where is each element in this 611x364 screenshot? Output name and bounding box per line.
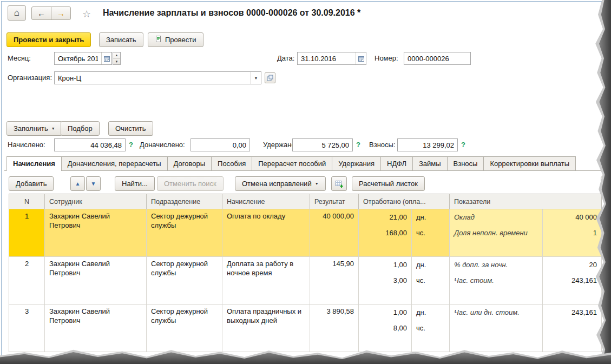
indicator-name-line[interactable]: Час. стоим. <box>450 273 542 288</box>
back-button[interactable]: ← <box>31 6 51 20</box>
tab-payment-adjustments[interactable]: Корректировки выплаты <box>483 156 576 171</box>
date-field[interactable] <box>297 52 366 65</box>
worked-qty-line[interactable]: 1,00 <box>359 257 411 273</box>
worked-qty-line[interactable]: 3,00 <box>359 273 411 288</box>
worked-unit-line[interactable]: чс. <box>412 225 449 241</box>
table-row[interactable]: 3 Захаркин Савелий Петрович Сектор дежур… <box>9 305 602 352</box>
indicator-name-cell[interactable]: % допл. за ночн. Час. стоим. <box>450 257 543 304</box>
tab-accruals[interactable]: Начисления <box>6 156 62 171</box>
post-button[interactable]: Провести <box>148 32 203 47</box>
withheld-input[interactable] <box>293 139 352 151</box>
indicator-value-line[interactable] <box>543 241 601 256</box>
tab-contributions[interactable]: Взносы <box>447 156 484 171</box>
organization-input[interactable] <box>55 72 251 84</box>
worked-qty-cell[interactable]: 21,00 168,00 <box>359 209 412 256</box>
tab-benefit-recalculation[interactable]: Перерасчет пособий <box>252 156 332 171</box>
form-more-button[interactable]: Еще <box>602 32 611 47</box>
organization-open-link-button[interactable] <box>265 72 275 83</box>
add-row-button[interactable]: Добавить <box>9 176 54 191</box>
grid-settings-button[interactable] <box>331 176 347 191</box>
date-input[interactable] <box>298 52 356 64</box>
worked-unit-line[interactable]: чс. <box>412 273 449 288</box>
indicator-value-cell[interactable]: 40 000 1 <box>543 209 602 256</box>
worked-unit-line[interactable] <box>412 241 449 256</box>
result-cell[interactable]: 145,90 <box>310 257 359 304</box>
indicator-value-line[interactable] <box>543 320 601 336</box>
indicator-name-line[interactable] <box>450 241 542 256</box>
indicator-name-line[interactable]: Доля неполн. времени <box>450 225 542 241</box>
worked-qty-line[interactable]: 8,00 <box>359 320 411 336</box>
department-cell[interactable]: Сектор дежурной службы <box>147 209 222 256</box>
result-cell[interactable]: 3 890,58 <box>310 305 359 352</box>
month-stepper[interactable]: ▲ ▼ <box>113 52 121 65</box>
move-up-button[interactable]: ▲ <box>70 176 85 191</box>
accrued-input[interactable] <box>55 139 125 151</box>
worked-qty-line[interactable] <box>359 288 411 304</box>
month-field[interactable] <box>54 52 112 65</box>
indicator-value-line[interactable] <box>543 336 601 352</box>
worked-qty-line[interactable] <box>359 336 411 352</box>
indicator-name-cell[interactable]: Оклад Доля неполн. времени <box>450 209 543 256</box>
clear-button[interactable]: Очистить <box>108 121 153 136</box>
number-field[interactable] <box>404 52 471 65</box>
table-row[interactable]: 2 Захаркин Савелий Петрович Сектор дежур… <box>9 257 602 305</box>
date-calendar-button[interactable] <box>356 52 366 64</box>
tab-contracts[interactable]: Договоры <box>167 156 212 171</box>
additional-accrued-field[interactable] <box>190 138 250 151</box>
write-button[interactable]: Записать <box>99 32 143 47</box>
worked-unit-line[interactable] <box>412 336 449 352</box>
tab-ndfl[interactable]: НДФЛ <box>380 156 413 171</box>
indicator-name-line[interactable] <box>450 320 542 336</box>
contributions-input[interactable] <box>398 139 457 151</box>
worked-unit-cell[interactable]: дн. чс. <box>412 257 450 304</box>
indicator-value-line[interactable]: 1 <box>543 225 601 241</box>
result-cell[interactable]: 40 000,00 <box>310 209 359 256</box>
month-calendar-button[interactable] <box>101 52 111 64</box>
tab-loans[interactable]: Займы <box>412 156 448 171</box>
worked-unit-line[interactable]: чс. <box>412 320 449 336</box>
worked-qty-line[interactable] <box>359 241 411 256</box>
worked-qty-line[interactable]: 168,00 <box>359 225 411 241</box>
indicator-value-line[interactable]: 243,161 <box>543 305 601 320</box>
additional-accrued-input[interactable] <box>191 139 249 151</box>
worked-unit-line[interactable]: дн. <box>412 209 449 225</box>
indicator-name-line[interactable]: Оклад <box>450 209 542 225</box>
worked-qty-cell[interactable]: 1,00 8,00 <box>359 305 412 352</box>
tab-benefits[interactable]: Пособия <box>211 156 252 171</box>
department-cell[interactable]: Сектор дежурной службы <box>147 257 222 304</box>
indicator-value-line[interactable]: 40 000 <box>543 209 601 225</box>
forward-button[interactable]: → <box>51 6 71 20</box>
row-number-cell[interactable]: 1 <box>9 209 45 256</box>
indicator-name-line[interactable] <box>450 336 542 352</box>
worked-unit-cell[interactable]: дн. чс. <box>412 209 450 256</box>
indicator-value-line[interactable]: 20 <box>543 257 601 273</box>
indicator-value-line[interactable] <box>543 288 601 304</box>
worked-unit-line[interactable] <box>412 288 449 304</box>
table-row[interactable]: 1 Захаркин Савелий Петрович Сектор дежур… <box>9 209 602 257</box>
home-button[interactable]: ⌂ <box>8 5 26 21</box>
employee-cell[interactable]: Захаркин Савелий Петрович <box>45 257 147 304</box>
accrued-hint-link[interactable]: ? <box>129 138 133 151</box>
worked-unit-line[interactable]: дн. <box>412 257 449 273</box>
accrued-field[interactable] <box>54 138 126 151</box>
grid-more-button[interactable]: Еще <box>601 176 611 191</box>
worked-qty-cell[interactable]: 1,00 3,00 <box>359 257 412 304</box>
indicator-name-line[interactable] <box>450 288 542 304</box>
stepper-down-icon[interactable]: ▼ <box>113 59 120 65</box>
worked-qty-line[interactable]: 1,00 <box>359 305 411 320</box>
stepper-up-icon[interactable]: ▲ <box>113 52 120 59</box>
indicator-value-cell[interactable]: 20 243,161 <box>543 257 602 304</box>
month-input[interactable] <box>55 52 101 64</box>
favorite-star-icon[interactable]: ☆ <box>82 8 91 20</box>
move-down-button[interactable]: ▼ <box>86 176 101 191</box>
cancel-corrections-button[interactable]: Отмена исправлений ▼ <box>235 176 326 191</box>
indicator-name-line[interactable]: % допл. за ночн. <box>450 257 542 273</box>
indicator-value-cell[interactable]: 243,161 <box>543 305 602 352</box>
indicator-name-line[interactable]: Час. или дн. стоим. <box>450 305 542 320</box>
withheld-hint-link[interactable]: ? <box>356 138 360 151</box>
row-number-cell[interactable]: 2 <box>9 257 45 304</box>
selection-button[interactable]: Подбор <box>61 121 100 136</box>
worked-qty-line[interactable]: 21,00 <box>359 209 411 225</box>
organization-dropdown-button[interactable]: ▼ <box>251 72 261 84</box>
tab-deductions[interactable]: Удержания <box>332 156 381 171</box>
